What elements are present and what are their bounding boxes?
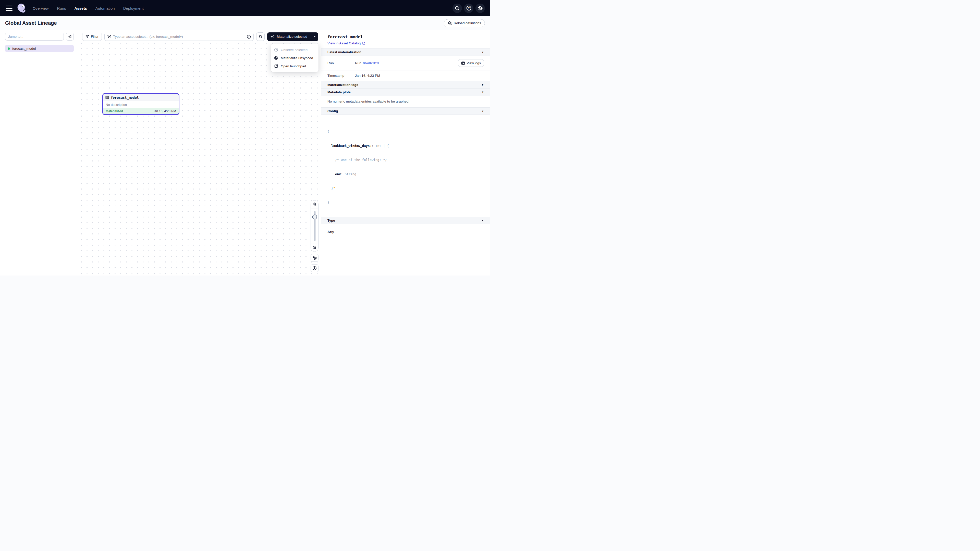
view-logs-button[interactable]: View logs bbox=[458, 59, 484, 67]
nav-item-runs[interactable]: Runs bbox=[57, 6, 66, 11]
settings-button[interactable] bbox=[476, 3, 485, 13]
materialize-dropdown-toggle[interactable] bbox=[311, 32, 318, 41]
menu-item-materialize-unsynced[interactable]: Materialize unsynced bbox=[271, 54, 318, 62]
chevron-down-icon: ▼ bbox=[482, 110, 484, 113]
page-title: Global Asset Lineage bbox=[5, 20, 57, 26]
panel-asset-title: forecast_model bbox=[328, 35, 484, 39]
timestamp-row: Timestamp Jan 16, 4:23 PM bbox=[321, 70, 490, 81]
lineage-canvas: Filter Materialize selected bbox=[77, 30, 321, 275]
node-title: forecast_model bbox=[111, 96, 139, 100]
collapse-sidebar-button[interactable] bbox=[66, 33, 74, 41]
download-icon bbox=[312, 266, 317, 270]
download-image-button[interactable] bbox=[310, 264, 318, 272]
node-status-label: Materialized bbox=[106, 110, 123, 113]
search-icon bbox=[455, 6, 460, 11]
help-icon: ? bbox=[466, 6, 471, 11]
menu-item-observe-selected[interactable]: Observe selected bbox=[271, 46, 318, 54]
materialize-selected-button[interactable]: Materialize selected bbox=[267, 32, 318, 41]
zoom-in-icon bbox=[313, 202, 317, 206]
config-key-lookback-window-days: lookback_window_days bbox=[331, 144, 370, 148]
section-config[interactable]: Config ▼ bbox=[321, 107, 490, 115]
chevron-down-icon bbox=[313, 36, 316, 37]
lineage-sidebar: forecast_model bbox=[0, 30, 77, 275]
asset-details-panel: forecast_model View in Asset Catalog Lat… bbox=[321, 30, 490, 275]
zoom-out-icon bbox=[313, 246, 317, 250]
materialize-dropdown-menu: Observe selected Materialize unsynced Op… bbox=[271, 44, 318, 72]
external-link-icon bbox=[362, 41, 366, 45]
zoom-slider[interactable] bbox=[311, 208, 318, 244]
gear-icon bbox=[478, 6, 483, 11]
zoom-in-button[interactable] bbox=[311, 200, 318, 208]
config-key-env: env bbox=[335, 172, 341, 176]
reload-definitions-button[interactable]: Reload definitions bbox=[444, 19, 485, 27]
run-row: Run Run 0648cdfd View logs bbox=[321, 56, 490, 70]
graph-layout-icon bbox=[313, 256, 317, 260]
external-link-icon bbox=[274, 64, 278, 68]
materialized-status-dot bbox=[8, 48, 10, 50]
nav-item-automation[interactable]: Automation bbox=[95, 6, 115, 11]
logs-icon bbox=[461, 61, 465, 65]
help-button[interactable]: ? bbox=[464, 3, 473, 13]
node-status-timestamp: Jan 16, 4:23 PM bbox=[153, 110, 176, 113]
run-id-link[interactable]: 0648cdfd bbox=[363, 61, 379, 65]
view-in-asset-catalog-link[interactable]: View in Asset Catalog bbox=[328, 41, 366, 45]
chevron-down-icon: ▼ bbox=[482, 219, 484, 222]
lineage-graph-area[interactable] bbox=[77, 43, 321, 275]
zoom-out-button[interactable] bbox=[311, 244, 318, 251]
observe-icon bbox=[274, 48, 278, 52]
nav-item-assets[interactable]: Assets bbox=[75, 6, 87, 11]
chevron-down-icon: ▼ bbox=[482, 51, 484, 54]
menu-item-open-launchpad[interactable]: Open launchpad bbox=[271, 62, 318, 70]
asset-subset-input[interactable] bbox=[113, 35, 245, 38]
jump-to-input[interactable] bbox=[5, 33, 64, 41]
nav-item-deployment[interactable]: Deployment bbox=[123, 6, 144, 11]
chevron-right-icon: ▶ bbox=[482, 83, 484, 86]
collapse-panel-icon bbox=[68, 35, 72, 38]
filter-button[interactable]: Filter bbox=[82, 33, 102, 41]
materialize-unsynced-icon bbox=[274, 56, 278, 60]
filter-funnel-icon bbox=[86, 35, 89, 38]
refresh-button[interactable] bbox=[256, 32, 265, 41]
node-status-row: Materialized Jan 16, 4:23 PM bbox=[103, 108, 179, 114]
relayout-graph-button[interactable] bbox=[310, 254, 318, 262]
section-materialization-tags[interactable]: Materialization tags ▶ bbox=[321, 81, 490, 89]
config-schema-code: { lookback_window_days?: Int | { /* One … bbox=[321, 115, 490, 217]
metadata-plots-empty-message: No numeric metadata entries available to… bbox=[321, 96, 490, 107]
svg-text:?: ? bbox=[468, 6, 469, 10]
search-button[interactable] bbox=[452, 3, 462, 13]
refresh-icon bbox=[258, 35, 262, 39]
canvas-toolbar: Filter Materialize selected bbox=[77, 30, 321, 43]
page-header: Global Asset Lineage Reload definitions bbox=[0, 16, 490, 30]
section-metadata-plots[interactable]: Metadata plots ▼ bbox=[321, 89, 490, 96]
chevron-down-icon: ▼ bbox=[482, 91, 484, 94]
top-nav: Overview Runs Assets Automation Deployme… bbox=[0, 0, 490, 16]
section-type[interactable]: Type ▼ bbox=[321, 217, 490, 224]
section-latest-materialization[interactable]: Latest materialization ▼ bbox=[321, 48, 490, 56]
zoom-slider-handle[interactable] bbox=[312, 214, 317, 219]
dagster-logo[interactable] bbox=[16, 3, 27, 14]
node-description: No description bbox=[103, 101, 179, 108]
asset-subset-field bbox=[104, 33, 254, 41]
type-value: Any bbox=[321, 224, 490, 239]
nav-item-overview[interactable]: Overview bbox=[33, 6, 49, 11]
op-selector-icon bbox=[107, 35, 111, 38]
info-icon[interactable] bbox=[247, 35, 251, 39]
hamburger-menu-icon[interactable] bbox=[6, 6, 13, 11]
primary-nav: Overview Runs Assets Automation Deployme… bbox=[33, 6, 144, 11]
sidebar-item-forecast-model[interactable]: forecast_model bbox=[5, 44, 74, 52]
reload-cube-icon bbox=[448, 21, 452, 25]
table-icon bbox=[105, 96, 109, 99]
asset-node-forecast-model[interactable]: forecast_model No description Materializ… bbox=[102, 93, 180, 115]
sparkles-icon bbox=[270, 35, 275, 39]
zoom-controls bbox=[310, 200, 318, 252]
